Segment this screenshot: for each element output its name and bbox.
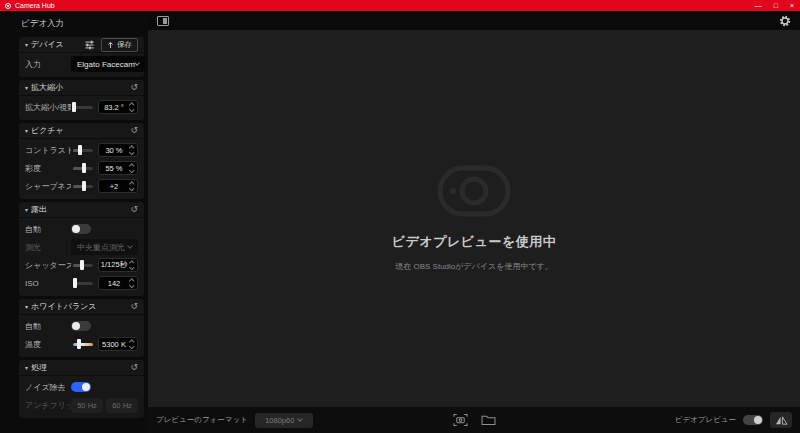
collapse-triangle-icon[interactable]: ▾	[25, 84, 28, 91]
snapshot-camera-icon[interactable]	[453, 413, 468, 427]
save-button-label: 保存	[117, 40, 132, 50]
reset-icon[interactable]: ↺	[130, 126, 138, 135]
reset-icon[interactable]: ↺	[130, 363, 138, 372]
exposure-section: ▾ 露出 ↺ 自動 測光 中央重点測光 シャッタースピード	[19, 202, 144, 296]
sharpness-value: +2	[100, 182, 128, 191]
contrast-value: 30 %	[100, 146, 128, 155]
white-balance-section-title: ホワイトバランス	[31, 301, 130, 312]
white-balance-section-header: ▾ ホワイトバランス ↺	[19, 299, 144, 315]
input-device-select[interactable]: Elgato Facecam	[71, 56, 145, 72]
video-preview-area: ビデオプレビューを使用中 現在 OBS Studioがデバイスを使用中です。	[148, 30, 800, 407]
collapse-triangle-icon[interactable]: ▾	[25, 41, 28, 48]
stepper-icon[interactable]	[128, 146, 135, 155]
metering-label: 測光	[25, 242, 71, 253]
bottom-toolbar: プレビューのフォーマット 1080p60	[148, 407, 800, 433]
save-button[interactable]: 保存	[101, 38, 138, 52]
saturation-value-box[interactable]: 55 %	[98, 161, 138, 175]
iso-value-box[interactable]: 142	[98, 276, 138, 290]
anti-flicker-row: アンチフリッカー 50 Hz 60 Hz	[25, 398, 138, 412]
temperature-row: 温度 5300 K	[25, 337, 138, 351]
sharpness-label: シャープネス	[25, 181, 71, 192]
media-folder-icon[interactable]	[481, 414, 496, 426]
contrast-value-box[interactable]: 30 %	[98, 143, 138, 157]
picture-section-header: ▾ ピクチャ ↺	[19, 123, 144, 139]
stepper-icon[interactable]	[128, 182, 135, 191]
reset-icon[interactable]: ↺	[130, 205, 138, 214]
fov-value-box[interactable]: 83.2 °	[98, 100, 138, 114]
titlebar-left: Camera Hub	[5, 2, 55, 9]
wb-auto-row: 自動	[25, 319, 138, 333]
flip-horizontal-button[interactable]	[770, 412, 792, 428]
maximize-button[interactable]: □	[774, 2, 778, 9]
zoom-section-header: ▾ 拡大縮小 ↺	[19, 80, 144, 96]
reset-icon[interactable]: ↺	[130, 83, 138, 92]
bottom-center-zone	[453, 413, 496, 427]
stepper-icon[interactable]	[128, 164, 135, 173]
saturation-row: 彩度 55 %	[25, 161, 138, 175]
fov-value: 83.2 °	[100, 103, 128, 112]
app-logo-icon	[5, 3, 11, 9]
sharpness-value-box[interactable]: +2	[98, 179, 138, 193]
chevron-down-icon	[127, 243, 133, 249]
reset-icon[interactable]: ↺	[130, 302, 138, 311]
stepper-icon[interactable]	[128, 103, 135, 112]
fov-label: 拡大縮小/視野	[25, 102, 71, 113]
contrast-label: コントラスト	[25, 145, 71, 156]
stepper-icon[interactable]	[128, 261, 135, 270]
close-button[interactable]: ×	[790, 2, 794, 9]
temperature-label: 温度	[25, 339, 71, 350]
panel-layout-icon[interactable]	[157, 16, 169, 26]
shutter-value-box[interactable]: 1/125秒	[98, 258, 138, 272]
metering-select[interactable]: 中央重点測光	[71, 239, 138, 255]
shutter-slider[interactable]	[73, 264, 93, 267]
collapse-triangle-icon[interactable]: ▾	[25, 206, 28, 213]
app-title: Camera Hub	[15, 2, 55, 9]
zoom-section-title: 拡大縮小	[31, 82, 130, 93]
wb-auto-label: 自動	[25, 321, 71, 332]
stepper-icon[interactable]	[128, 340, 135, 349]
gear-icon[interactable]	[779, 15, 791, 27]
fov-slider[interactable]	[73, 106, 93, 109]
exposure-section-title: 露出	[31, 204, 130, 215]
collapse-triangle-icon[interactable]: ▾	[25, 127, 28, 134]
preset-sliders-icon[interactable]	[84, 40, 95, 50]
shutter-value: 1/125秒	[100, 260, 128, 270]
temperature-slider[interactable]	[73, 343, 93, 346]
collapse-triangle-icon[interactable]: ▾	[25, 364, 28, 371]
input-device-row: 入力 Elgato Facecam	[25, 57, 138, 71]
webcam-ghost-icon	[437, 165, 511, 217]
main-top-bar	[148, 11, 800, 30]
contrast-slider[interactable]	[73, 149, 93, 152]
anti-flicker-buttons: 50 Hz 60 Hz	[71, 398, 138, 413]
sidebar: ビデオ入力 ▾ デバイス	[0, 11, 148, 433]
exposure-auto-toggle[interactable]	[71, 224, 91, 234]
minimize-button[interactable]: —	[755, 2, 762, 9]
format-select[interactable]: 1080p60	[255, 413, 313, 428]
iso-label: ISO	[25, 279, 71, 288]
sharpness-slider[interactable]	[73, 185, 93, 188]
saturation-slider[interactable]	[73, 167, 93, 170]
picture-section-title: ピクチャ	[31, 125, 130, 136]
exposure-auto-label: 自動	[25, 224, 71, 235]
shutter-label: シャッタースピード	[25, 260, 71, 271]
iso-slider[interactable]	[73, 282, 93, 285]
preview-status-subtitle: 現在 OBS Studioがデバイスを使用中です。	[395, 261, 553, 272]
flicker-60hz-button[interactable]: 60 Hz	[106, 398, 138, 413]
format-label: プレビューのフォーマット	[156, 415, 248, 425]
noise-removal-row: ノイズ除去	[25, 380, 138, 394]
wb-auto-toggle[interactable]	[71, 321, 91, 331]
video-preview-toggle[interactable]	[743, 415, 763, 425]
titlebar: Camera Hub — □ ×	[0, 0, 800, 11]
temperature-value-box[interactable]: 5300 K	[98, 337, 138, 351]
collapse-triangle-icon[interactable]: ▾	[25, 303, 28, 310]
flip-horizontal-icon	[775, 415, 788, 426]
stepper-icon[interactable]	[128, 279, 135, 288]
flicker-50hz-button[interactable]: 50 Hz	[71, 398, 103, 413]
noise-removal-toggle[interactable]	[71, 382, 91, 392]
exposure-auto-row: 自動	[25, 222, 138, 236]
input-label: 入力	[25, 59, 71, 70]
processing-section-header: ▾ 処理 ↺	[19, 360, 144, 376]
contrast-row: コントラスト 30 %	[25, 143, 138, 157]
content: ビデオ入力 ▾ デバイス	[0, 11, 800, 433]
format-value: 1080p60	[265, 416, 294, 425]
